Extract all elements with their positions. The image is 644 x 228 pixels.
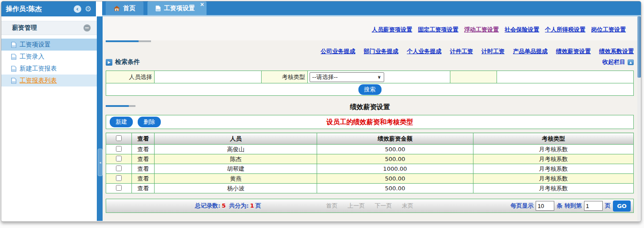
divider-progress-2 — [106, 105, 135, 107]
header-type: 考核类型 — [473, 133, 633, 145]
vertical-scrollbar[interactable] — [637, 16, 641, 221]
sidebar: 薪资管理 − 工资项设置 工资录入 新建工资报表 — [1, 16, 97, 221]
sidebar-title: 薪资管理 — [12, 24, 37, 32]
nav-link-岗位工资设置[interactable]: 岗位工资设置 — [591, 26, 626, 33]
row-checkbox[interactable] — [116, 146, 122, 152]
table-body: 查看 高俊山 500.00 月考核系数 查看 陈杰 500.00 月考核系数 查… — [106, 145, 634, 193]
tab-label: 工资项设置 — [164, 4, 195, 12]
nav-link-绩效薪资设置[interactable]: 绩效薪资设置 — [556, 48, 591, 55]
tab-bar: 首页 工资项设置 × — [102, 1, 641, 16]
doc-icon — [11, 42, 16, 48]
nav-link-固定工资项设置[interactable]: 固定工资项设置 — [418, 26, 458, 33]
sidebar-item-工资报表列表[interactable]: 工资报表列表 — [1, 75, 97, 86]
table-row: 查看 黄燕 500.00 月考核系数 — [106, 174, 634, 184]
goto-page-input[interactable] — [584, 201, 603, 211]
doc-icon — [155, 5, 161, 12]
cell-amount: 500.00 — [317, 174, 473, 184]
goto-label: 条 转到第 — [557, 202, 582, 210]
view-link[interactable]: 查看 — [132, 184, 155, 193]
sidebar-item-label: 新建工资报表 — [20, 65, 57, 73]
scrollbar-thumb[interactable] — [637, 16, 641, 78]
empty-label-cell — [450, 71, 497, 83]
empty-cell — [497, 71, 634, 83]
tab-home[interactable]: 首页 — [106, 1, 143, 15]
nav-link-个人所得税设置[interactable]: 个人所得税设置 — [545, 26, 585, 33]
cell-amount: 1000.00 — [317, 164, 473, 174]
nav-link-社会保险设置[interactable]: 社会保险设置 — [505, 26, 539, 33]
nav-link-人员薪资项设置[interactable]: 人员薪资项设置 — [372, 26, 412, 33]
table-row: 查看 高俊山 500.00 月考核系数 — [106, 145, 634, 154]
first-page-link[interactable]: 首页 — [326, 202, 338, 209]
nav-link-个人业务提成[interactable]: 个人业务提成 — [407, 48, 441, 55]
page-suffix-label: 页 — [605, 202, 611, 210]
screen: 操作员:陈杰 ‹ ⚙ 首页 工资 — [0, 0, 644, 228]
nav-link-计件工资[interactable]: 计件工资 — [450, 48, 473, 55]
close-icon[interactable]: × — [200, 2, 204, 7]
delete-button[interactable]: 删除 — [138, 117, 161, 127]
nav-link-计时工资[interactable]: 计时工资 — [481, 48, 505, 55]
cell-type: 月考核系数 — [473, 174, 633, 184]
top-gap — [96, 1, 102, 16]
nav-link-浮动工资设置[interactable]: 浮动工资设置 — [464, 26, 499, 33]
nav-link-产品单品提成[interactable]: 产品单品提成 — [513, 48, 548, 55]
nav-link-部门业务提成[interactable]: 部门业务提成 — [364, 48, 398, 55]
nav-link-绩效系数设置[interactable]: 绩效系数设置 — [599, 48, 634, 55]
operator-label: 操作员:陈杰 — [6, 5, 42, 13]
per-page-input[interactable] — [536, 201, 554, 211]
select-all-checkbox[interactable] — [116, 135, 122, 141]
row-checkbox[interactable] — [116, 165, 122, 171]
collapse-up-icon[interactable]: ▲ — [628, 59, 634, 65]
nav-link-公司业务提成[interactable]: 公司业务提成 — [321, 48, 355, 55]
cell-type: 月考核系数 — [473, 184, 633, 193]
sidebar-item-工资项设置[interactable]: 工资项设置 — [1, 39, 97, 51]
doc-icon — [11, 78, 16, 84]
divider-progress-1 — [106, 40, 637, 42]
cell-amount: 500.00 — [317, 154, 473, 164]
back-icon[interactable]: ‹ — [74, 5, 81, 13]
top-bar: 操作员:陈杰 ‹ ⚙ 首页 工资 — [1, 1, 641, 16]
sidebar-menu: 工资项设置 工资录入 新建工资报表 工资报表列表 — [1, 39, 97, 86]
last-page-link[interactable]: 末页 — [402, 202, 413, 209]
cell-name: 陈杰 — [155, 154, 317, 164]
tab-salary-item-settings[interactable]: 工资项设置 × — [147, 1, 207, 15]
splitter-handle[interactable]: ◂ — [98, 149, 103, 176]
person-select-input[interactable] — [155, 72, 261, 83]
cell-amount: 500.00 — [317, 145, 473, 154]
next-page-link[interactable]: 下一页 — [375, 202, 392, 209]
cell-type: 月考核系数 — [473, 164, 633, 174]
search-section-title: ▶ 检索条件 — [106, 58, 140, 66]
search-button[interactable]: 搜索 — [358, 84, 382, 95]
row-checkbox[interactable] — [116, 185, 122, 191]
cell-name: 高俊山 — [155, 145, 317, 154]
per-page-label: 每页显示 — [510, 202, 533, 210]
table-row: 查看 陈杰 500.00 月考核系数 — [106, 154, 634, 164]
view-link[interactable]: 查看 — [132, 174, 155, 184]
header-view: 查看 — [132, 133, 155, 145]
toolbar: 设员工的绩效薪资和考核类型 新建 删除 — [106, 115, 634, 129]
go-button[interactable]: GO — [613, 200, 631, 212]
collapse-section-icon[interactable]: − — [83, 24, 91, 31]
main-content: 人员薪资项设置固定工资项设置浮动工资设置社会保险设置个人所得税设置岗位工资设置 … — [103, 16, 637, 221]
person-select-label: 人员选择 — [106, 71, 155, 83]
view-link[interactable]: 查看 — [132, 164, 155, 174]
row-checkbox[interactable] — [116, 175, 122, 181]
page-title: 绩效薪资设置 — [103, 103, 637, 111]
view-link[interactable]: 查看 — [132, 154, 155, 164]
doc-icon — [11, 54, 16, 60]
chevron-down-icon: ∨ — [376, 75, 382, 79]
new-button[interactable]: 新建 — [110, 117, 133, 127]
prev-page-link[interactable]: 上一页 — [347, 202, 365, 209]
cell-name: 杨小波 — [155, 184, 317, 193]
cell-type: 月考核系数 — [473, 154, 633, 164]
row-checkbox[interactable] — [116, 156, 122, 161]
collapse-columns-link[interactable]: 收起栏目 — [602, 58, 625, 66]
assess-type-label: 考核类型 — [262, 71, 307, 83]
header-amount: 绩效薪资金额 — [317, 133, 473, 145]
assess-type-select[interactable]: --请选择-- ∨ — [310, 72, 384, 82]
tab-label: 首页 — [123, 4, 135, 12]
view-link[interactable]: 查看 — [132, 145, 155, 154]
sidebar-item-工资录入[interactable]: 工资录入 — [1, 51, 97, 63]
hint-text: 设员工的绩效薪资和考核类型 — [106, 118, 633, 126]
gear-icon[interactable]: ⚙ — [85, 5, 91, 13]
sidebar-item-新建工资报表[interactable]: 新建工资报表 — [1, 63, 97, 75]
